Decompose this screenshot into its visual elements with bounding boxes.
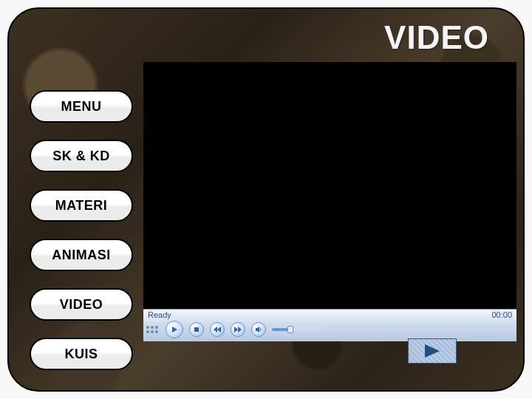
next-slide-button[interactable]: [408, 338, 457, 364]
player-bar: Ready 00:00: [143, 309, 516, 341]
nav-materi[interactable]: MATERI: [30, 189, 133, 222]
skip-forward-icon: [234, 327, 242, 332]
skip-back-icon: [214, 327, 221, 332]
svg-marker-2: [214, 327, 217, 332]
nav-video[interactable]: VIDEO: [30, 288, 133, 321]
svg-marker-3: [217, 327, 221, 332]
player-status-text: Ready: [148, 310, 171, 319]
stop-icon: [194, 327, 200, 332]
mute-button[interactable]: [251, 322, 266, 337]
svg-rect-1: [194, 327, 199, 332]
svg-marker-0: [172, 327, 177, 332]
nav-label: ANIMASI: [52, 248, 111, 263]
nav-kuis[interactable]: KUIS: [30, 338, 133, 370]
player-status-row: Ready 00:00: [143, 310, 516, 319]
play-arrow-icon: [423, 343, 442, 359]
svg-marker-5: [238, 327, 242, 332]
volume-slider[interactable]: [272, 328, 324, 331]
play-button[interactable]: [166, 321, 183, 338]
player-controls: [143, 319, 516, 341]
nav-menu[interactable]: MENU: [30, 90, 133, 123]
svg-marker-6: [256, 327, 259, 332]
page-title: VIDEO: [384, 19, 489, 56]
prev-button[interactable]: [210, 322, 225, 337]
next-track-button[interactable]: [231, 322, 245, 337]
nav-label: VIDEO: [60, 297, 103, 313]
speaker-icon: [255, 326, 262, 333]
nav-label: MATERI: [55, 198, 108, 214]
svg-marker-7: [425, 344, 440, 358]
nav-label: SK & KD: [52, 149, 110, 164]
slide-frame: VIDEO MENU SK & KD MATERI ANIMASI VIDEO …: [7, 7, 525, 392]
stop-button[interactable]: [189, 322, 204, 337]
volume-thumb[interactable]: [287, 326, 293, 333]
player-time: 00:00: [491, 310, 512, 319]
nav-label: MENU: [61, 99, 102, 115]
nav-skkd[interactable]: SK & KD: [30, 140, 133, 172]
nav-animasi[interactable]: ANIMASI: [30, 239, 133, 271]
nav-sidebar: MENU SK & KD MATERI ANIMASI VIDEO KUIS: [30, 90, 133, 370]
svg-marker-4: [234, 327, 238, 332]
video-player: Ready 00:00: [143, 62, 516, 341]
nav-label: KUIS: [64, 347, 98, 362]
play-icon: [171, 326, 178, 333]
player-options-dots: [146, 326, 158, 333]
